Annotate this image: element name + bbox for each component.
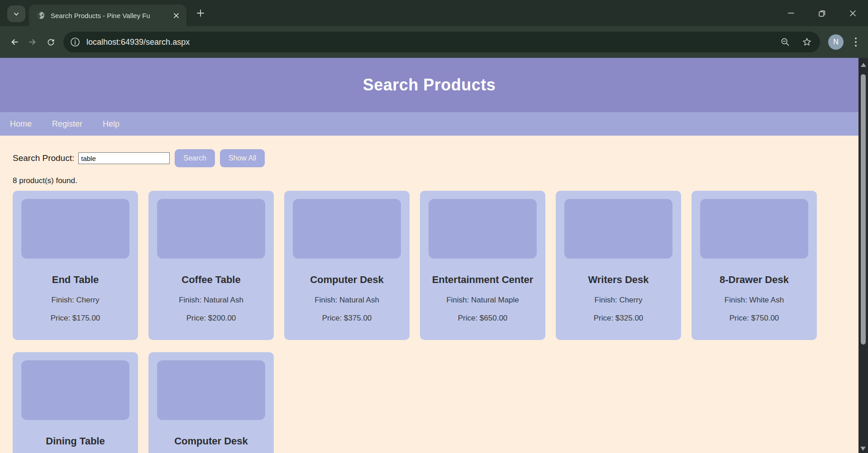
- results-count: 8 product(s) found.: [13, 176, 858, 185]
- product-image-placeholder: [700, 199, 808, 259]
- search-input[interactable]: [78, 152, 170, 164]
- nav-link-register[interactable]: Register: [52, 119, 82, 129]
- browser-menu-button[interactable]: [849, 36, 863, 48]
- product-image-placeholder: [21, 360, 129, 420]
- url-text[interactable]: localhost:64939/search.aspx: [86, 38, 780, 47]
- browser-tab[interactable]: Search Products - Pine Valley Fu: [29, 5, 186, 26]
- page-viewport: Search Products Home Register Help Searc…: [0, 58, 868, 453]
- product-card[interactable]: Computer Desk Finish: Natural Ash Price:…: [284, 191, 410, 340]
- product-name: End Table: [21, 274, 129, 286]
- reload-icon: [46, 38, 56, 47]
- product-grid: End Table Finish: Cherry Price: $175.00 …: [13, 191, 827, 453]
- forward-button[interactable]: [24, 33, 42, 51]
- product-card[interactable]: End Table Finish: Cherry Price: $175.00: [13, 191, 138, 340]
- product-price: Price: $200.00: [157, 314, 265, 323]
- product-price: Price: $325.00: [564, 314, 672, 323]
- search-label: Search Product:: [13, 153, 74, 163]
- page-header: Search Products: [0, 58, 858, 112]
- product-image-placeholder: [429, 199, 537, 259]
- tab-close-icon[interactable]: [171, 10, 181, 20]
- new-tab-button[interactable]: [194, 6, 207, 20]
- chevron-down-icon: [13, 10, 20, 18]
- product-finish: Finish: Cherry: [564, 296, 672, 305]
- product-finish: Finish: White Ash: [700, 296, 808, 305]
- site-navbar: Home Register Help: [0, 112, 858, 136]
- info-icon[interactable]: [70, 37, 81, 47]
- product-image-placeholder: [21, 199, 129, 259]
- product-finish: Finish: Cherry: [21, 296, 129, 305]
- minimize-icon: [787, 9, 795, 17]
- tab-title: Search Products - Pine Valley Fu: [51, 12, 169, 19]
- restore-icon: [818, 9, 826, 17]
- show-all-button[interactable]: Show All: [220, 149, 265, 167]
- product-price: Price: $175.00: [21, 314, 129, 323]
- page-title: Search Products: [363, 76, 496, 94]
- page-content: Search Product: Search Show All 8 produc…: [0, 136, 858, 453]
- back-button[interactable]: [5, 33, 24, 51]
- search-controls: Search Product: Search Show All: [13, 149, 858, 167]
- address-bar[interactable]: localhost:64939/search.aspx: [63, 32, 820, 52]
- product-image-placeholder: [157, 199, 265, 259]
- magnifier-minus-icon[interactable]: [780, 37, 790, 47]
- minimize-button[interactable]: [781, 0, 801, 26]
- product-price: Price: $375.00: [293, 314, 401, 323]
- profile-avatar[interactable]: N: [828, 34, 844, 50]
- window-controls: [781, 0, 868, 26]
- reload-button[interactable]: [42, 33, 60, 51]
- star-icon[interactable]: [802, 37, 812, 47]
- product-card[interactable]: Writers Desk Finish: Cherry Price: $325.…: [556, 191, 681, 340]
- product-finish: Finish: Natural Ash: [293, 296, 401, 305]
- vertical-scrollbar[interactable]: [858, 58, 868, 453]
- restore-button[interactable]: [812, 0, 832, 26]
- scroll-down-icon[interactable]: [860, 447, 866, 451]
- close-icon: [849, 10, 856, 17]
- product-image-placeholder: [293, 199, 401, 259]
- nav-link-home[interactable]: Home: [10, 119, 32, 129]
- product-card[interactable]: Dining Table: [13, 352, 138, 453]
- browser-window: Search Products - Pine Valley Fu: [0, 0, 868, 453]
- product-name: 8-Drawer Desk: [700, 274, 808, 286]
- product-finish: Finish: Natural Ash: [157, 296, 265, 305]
- globe-icon: [36, 11, 45, 20]
- plus-icon: [196, 9, 205, 17]
- product-card[interactable]: Entertainment Center Finish: Natural Map…: [420, 191, 545, 340]
- product-name: Writers Desk: [564, 274, 672, 286]
- product-name: Computer Desk: [157, 435, 265, 447]
- product-card[interactable]: Computer Desk: [148, 352, 274, 453]
- product-name: Coffee Table: [157, 274, 265, 286]
- scrollbar-thumb[interactable]: [861, 74, 866, 344]
- product-price: Price: $750.00: [700, 314, 808, 323]
- product-price: Price: $650.00: [429, 314, 537, 323]
- close-window-button[interactable]: [843, 0, 863, 26]
- product-name: Computer Desk: [293, 274, 401, 286]
- web-page: Search Products Home Register Help Searc…: [0, 58, 858, 453]
- product-card[interactable]: 8-Drawer Desk Finish: White Ash Price: $…: [692, 191, 817, 340]
- product-name: Entertainment Center: [429, 274, 537, 286]
- nav-link-help[interactable]: Help: [103, 119, 119, 129]
- product-image-placeholder: [564, 199, 672, 259]
- arrow-right-icon: [28, 37, 38, 47]
- product-finish: Finish: Natural Maple: [429, 296, 537, 305]
- address-bar-icons: [780, 37, 812, 47]
- browser-toolbar: localhost:64939/search.aspx N: [0, 26, 868, 58]
- tab-search-button[interactable]: [7, 5, 25, 22]
- kebab-menu-icon: [855, 38, 857, 39]
- arrow-left-icon: [10, 37, 19, 47]
- tab-bar: Search Products - Pine Valley Fu: [0, 0, 868, 26]
- search-button[interactable]: Search: [175, 149, 215, 167]
- product-card[interactable]: Coffee Table Finish: Natural Ash Price: …: [148, 191, 274, 340]
- scroll-up-icon[interactable]: [861, 63, 866, 67]
- product-name: Dining Table: [21, 435, 129, 447]
- product-image-placeholder: [157, 360, 265, 420]
